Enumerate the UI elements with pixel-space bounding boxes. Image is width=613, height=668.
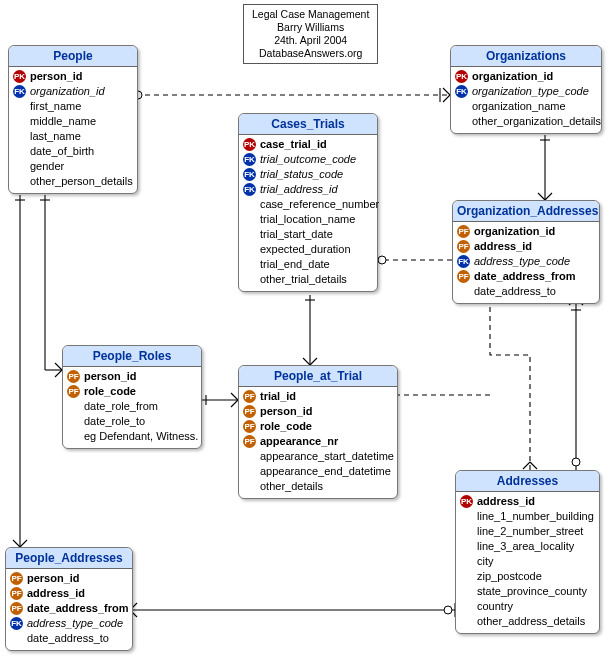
svg-line-12 — [20, 540, 27, 547]
column-name: trial_status_code — [260, 167, 343, 182]
column-name: address_id — [474, 239, 532, 254]
svg-line-2 — [443, 88, 450, 95]
title-line4: DatabaseAnswers.org — [252, 47, 369, 60]
column-name: date_address_from — [474, 269, 576, 284]
column-row: other_person_details — [13, 174, 133, 189]
title-line2: Barry Williams — [252, 21, 369, 34]
column-row: organization_name — [455, 99, 597, 114]
column-name: line_2_number_street — [477, 524, 583, 539]
title-line1: Legal Case Management — [252, 8, 369, 21]
column-row: gender — [13, 159, 133, 174]
svg-point-36 — [378, 256, 386, 264]
column-row: PKperson_id — [13, 69, 133, 84]
column-name: address_type_code — [474, 254, 570, 269]
column-name: trial_end_date — [260, 257, 330, 272]
column-name: trial_outcome_code — [260, 152, 356, 167]
fk-key-icon: FK — [243, 153, 256, 166]
pf-key-icon: PF — [10, 602, 23, 615]
column-name: trial_address_id — [260, 182, 338, 197]
column-row: PKorganization_id — [455, 69, 597, 84]
svg-line-11 — [13, 540, 20, 547]
column-name: trial_location_name — [260, 212, 355, 227]
column-row: line_1_number_building — [460, 509, 595, 524]
column-name: organization_id — [474, 224, 555, 239]
pf-key-icon: PF — [243, 435, 256, 448]
svg-point-27 — [572, 458, 580, 466]
svg-point-34 — [444, 606, 452, 614]
column-name: date_of_birth — [30, 144, 94, 159]
column-row: PKcase_trial_id — [243, 137, 373, 152]
column-name: date_address_from — [27, 601, 129, 616]
column-name: eg Defendant, Witness. — [84, 429, 198, 444]
column-name: zip_postcode — [477, 569, 542, 584]
entity-body: PKaddress_idline_1_number_buildingline_2… — [456, 492, 599, 633]
column-row: FKtrial_status_code — [243, 167, 373, 182]
column-row: trial_start_date — [243, 227, 373, 242]
column-row: PFdate_address_from — [457, 269, 595, 284]
svg-line-16 — [231, 400, 238, 407]
fk-key-icon: FK — [457, 255, 470, 268]
pk-key-icon: PK — [13, 70, 26, 83]
pf-key-icon: PF — [243, 405, 256, 418]
entity-organization-addresses: Organization_Addresses PForganization_id… — [452, 200, 600, 304]
column-name: trial_id — [260, 389, 296, 404]
column-row: line_3_area_locality — [460, 539, 595, 554]
column-name: appearance_end_datetime — [260, 464, 391, 479]
entity-addresses: Addresses PKaddress_idline_1_number_buil… — [455, 470, 600, 634]
column-row: PFperson_id — [243, 404, 393, 419]
pf-key-icon: PF — [67, 370, 80, 383]
column-name: role_code — [84, 384, 136, 399]
pf-key-icon: PF — [67, 385, 80, 398]
column-name: line_1_number_building — [477, 509, 594, 524]
column-name: line_3_area_locality — [477, 539, 574, 554]
column-row: eg Defendant, Witness. — [67, 429, 197, 444]
column-name: organization_id — [30, 84, 105, 99]
svg-line-7 — [55, 363, 62, 370]
pf-key-icon: PF — [10, 572, 23, 585]
entity-header: Cases_Trials — [239, 114, 377, 135]
column-row: expected_duration — [243, 242, 373, 257]
column-name: appearance_start_datetime — [260, 449, 394, 464]
column-name: person_id — [260, 404, 313, 419]
column-name: date_address_to — [474, 284, 556, 299]
column-row: city — [460, 554, 595, 569]
entity-body: PKperson_idFKorganization_idfirst_namemi… — [9, 67, 137, 193]
column-row: date_role_to — [67, 414, 197, 429]
column-name: person_id — [30, 69, 83, 84]
pf-key-icon: PF — [457, 270, 470, 283]
column-name: country — [477, 599, 513, 614]
column-row: PFrole_code — [67, 384, 197, 399]
column-row: PFtrial_id — [243, 389, 393, 404]
column-name: organization_name — [472, 99, 566, 114]
entity-header: People_Roles — [63, 346, 201, 367]
entity-header: Addresses — [456, 471, 599, 492]
column-row: FKaddress_type_code — [10, 616, 128, 631]
column-row: state_province_county — [460, 584, 595, 599]
entity-header: Organizations — [451, 46, 601, 67]
column-name: case_reference_number — [260, 197, 379, 212]
entity-people-at-trial: People_at_Trial PFtrial_idPFperson_idPFr… — [238, 365, 398, 499]
entity-organizations: Organizations PKorganization_idFKorganiz… — [450, 45, 602, 134]
column-name: date_role_to — [84, 414, 145, 429]
column-row: trial_location_name — [243, 212, 373, 227]
column-row: PFrole_code — [243, 419, 393, 434]
column-row: PKaddress_id — [460, 494, 595, 509]
column-name: organization_type_code — [472, 84, 589, 99]
fk-key-icon: FK — [243, 183, 256, 196]
column-row: trial_end_date — [243, 257, 373, 272]
column-name: state_province_county — [477, 584, 587, 599]
column-name: other_address_details — [477, 614, 585, 629]
svg-line-24 — [545, 193, 552, 200]
column-row: PFperson_id — [67, 369, 197, 384]
column-name: address_id — [27, 586, 85, 601]
entity-people: People PKperson_idFKorganization_idfirst… — [8, 45, 138, 194]
svg-line-8 — [55, 370, 62, 377]
svg-line-19 — [303, 358, 310, 365]
column-row: date_address_to — [10, 631, 128, 646]
column-name: address_type_code — [27, 616, 123, 631]
entity-body: PFtrial_idPFperson_idPFrole_codePFappear… — [239, 387, 397, 498]
column-row: case_reference_number — [243, 197, 373, 212]
column-name: other_details — [260, 479, 323, 494]
column-name: appearance_nr — [260, 434, 338, 449]
column-name: first_name — [30, 99, 81, 114]
